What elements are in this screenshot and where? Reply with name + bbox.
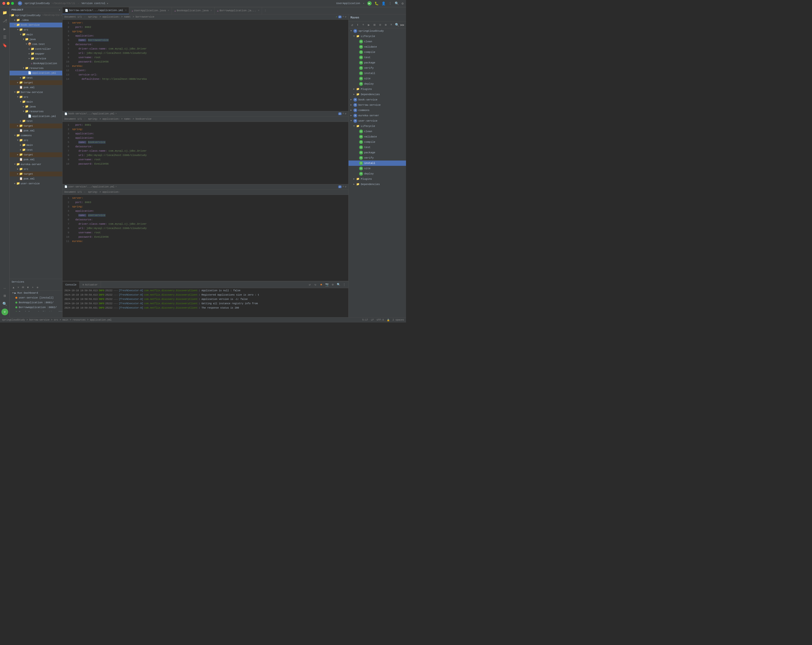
maven-item-package-1[interactable]: ▶ ⊙ package [348,60,406,66]
git-icon[interactable]: ⎇ [1,17,8,24]
more-icon[interactable]: ⋮ [388,2,392,6]
tree-item-bookapplication[interactable]: ▶ ☕ BookApplication [10,61,62,66]
maven-item-compile-1[interactable]: ▶ ⊙ compile [348,49,406,55]
tree-item-src-4[interactable]: ▶ 📁 src [10,167,62,172]
run-icon[interactable]: ▶ [367,1,372,6]
close-2[interactable]: × [115,113,117,115]
version-control-label[interactable]: Version control [81,2,105,5]
todo-icon[interactable]: … [1,284,8,291]
maven-item-root[interactable]: ▼ m springCloudStudy [348,28,406,34]
collapse-icon-1[interactable]: v [345,15,346,18]
tree-item-java-2[interactable]: ▶ 📁 java [10,104,62,109]
expand-icon[interactable]: × [16,286,20,290]
tree-item-pom-4[interactable]: ▶ 📋 pom.xml [10,176,62,181]
maven-item-compile-user[interactable]: ▶ ⊙ compile [348,139,406,145]
tree-item-controller[interactable]: ▶ 📁 controller [10,47,62,52]
tree-item-book-service[interactable]: ▼ 📁 book-service [10,23,62,27]
tree-item-target-2[interactable]: ▶ 📁 target [10,124,62,128]
maven-item-site-user[interactable]: ▶ ⊙ site [348,166,406,171]
sync-icon[interactable]: ↺ [350,22,354,27]
plus-icon[interactable]: ⊕ [35,286,40,290]
more-tabs-icon[interactable]: ⋮ [262,9,269,12]
bookmark-icon[interactable]: 🔖 [1,42,8,49]
search-maven-icon[interactable]: 🔍 [394,22,399,27]
add-maven-icon[interactable]: + [361,22,366,27]
maven-item-site-1[interactable]: ▶ ⊙ site [348,76,406,81]
actuator-tab[interactable]: ⊙ Actuator [79,281,101,288]
restart-icon[interactable]: ↺ [307,283,312,287]
maven-item-install-1[interactable]: ▶ ⊙ install [348,71,406,76]
maven-item-lifecycle-user[interactable]: ▼ 📁 Lifecycle [348,124,406,129]
close-icon[interactable]: × [258,9,259,12]
lifecycle-icon[interactable]: ⊞ [372,22,377,27]
search-icon[interactable]: 🔍 [395,2,399,6]
settings-icon[interactable]: ⚙ [331,283,335,287]
maven-item-plugins-1[interactable]: ▶ 📁 Plugins [348,87,406,92]
search-log-icon[interactable]: 🔍 [336,283,340,287]
run-debug-icon[interactable]: ▶ [1,26,8,33]
stop-icon[interactable]: ■ [319,283,323,287]
maven-item-deps-user[interactable]: ▶ 📁 Dependencies [348,181,406,187]
download-icon[interactable]: ⬇ [355,22,360,27]
debug-icon[interactable]: 🐛 [374,2,379,6]
expand-3[interactable]: ^ [343,186,344,188]
tree-item-springcloudstudy[interactable]: ▼ 📁 springCloudStudy ~/Desktop/CS/Ji [10,13,62,18]
thread-icon[interactable]: ⊗ [383,22,388,27]
maven-item-verify-1[interactable]: ▶ ⊙ verify [348,66,406,71]
run-item-book[interactable]: BookApplication :8081/ [10,300,62,305]
collapse-maven-icon[interactable]: ▶▶ [400,22,405,27]
run-item-borrow[interactable]: BorrowApplication :8082/ [10,305,62,310]
maven-item-lifecycle[interactable]: ▼ 📁 Lifecycle [348,34,406,39]
expand-icon-1[interactable]: ^ [343,15,344,18]
tree-item-user-service[interactable]: ▶ 📁 user-service [10,181,62,186]
maven-item-test-user[interactable]: ▶ ⊙ test [348,145,406,150]
filter-icon[interactable]: ▼ [26,286,30,290]
run-maven-icon[interactable]: ▶ [366,22,371,27]
more-icon[interactable]: ⋮ [342,283,346,287]
console-tab[interactable]: Console [63,281,79,288]
close-icon[interactable]: × [211,9,212,12]
close-button[interactable] [2,2,5,5]
maven-item-book-service[interactable]: ▶ m book-service [348,97,406,102]
maven-item-install-user[interactable]: ▶ ⊙ install [348,160,406,166]
tree-item-test-1[interactable]: ▶ 📁 test [10,75,62,80]
close-icon[interactable]: × [125,9,127,12]
tree-item-src-1[interactable]: ▼ 📁 src [10,27,62,32]
terminal-icon[interactable]: ⊞ [1,292,8,299]
explorer-icon[interactable]: 📁 [1,9,8,16]
maven-item-eureka[interactable]: ▶ m eureka-server [348,113,406,118]
tree-item-target-4[interactable]: ▶ 📁 target [10,172,62,176]
run-item-eureka[interactable]: EurekaServerApplication :8888/ [10,310,62,311]
profile-icon[interactable]: 👤 [382,2,386,6]
tree-item-main-2[interactable]: ▼ 📁 main [10,99,62,104]
maven-item-deps-1[interactable]: ▶ 📁 Dependencies [348,92,406,97]
run-item-user-install[interactable]: user-service [install] [10,295,62,300]
tree-item-commons[interactable]: ▼ 📁 commons [10,133,62,138]
tree-item-pom-2[interactable]: ▶ 📋 pom.xml [10,128,62,133]
tree-item-java-1[interactable]: ▼ 📁 java [10,37,62,42]
resume-icon[interactable]: ↻ [313,283,317,287]
collapse-2[interactable]: v [345,113,346,115]
maven-item-user-service[interactable]: ▼ m user-service [348,118,406,124]
maven-item-plugins-user[interactable]: ▶ 📁 Plugins [348,176,406,181]
tab-user-app[interactable]: ☕ UserApplication.java × [129,7,172,14]
tab-book-app[interactable]: ☕ BookApplication.java × [172,7,215,14]
tab-borrow-yml[interactable]: 📄 borrow-service/.../application.yml × [63,7,129,14]
tree-item-comtest[interactable]: ▼ 📦 com.test [10,42,62,47]
eye-icon[interactable]: 👁 [21,286,25,290]
tree-item-application-yml-2[interactable]: ▶ 📄 application.yml [10,114,62,119]
close-3[interactable]: × [115,186,117,188]
tree-item-borrow-service[interactable]: ▼ 📁 borrow-service [10,90,62,95]
tree-item-mapper[interactable]: ▶ 📁 mapper [10,52,62,56]
tree-item-main-3[interactable]: ▶ 📁 main [10,143,62,148]
tree-item-resources-2[interactable]: ▼ 📁 resources [10,109,62,114]
close-icon[interactable]: × [168,9,169,12]
tree-item-pom-1[interactable]: ▶ 📋 pom.xml [10,85,62,90]
tree-item-resources-1[interactable]: ▼ 📁 resources [10,66,62,71]
tree-item-src-2[interactable]: ▼ 📁 src [10,95,62,99]
minimize-button[interactable] [7,2,10,5]
tree-item-eureka-server[interactable]: ▼ 📁 eureka-server [10,162,62,167]
tree-item-service[interactable]: ▶ 📁 service [10,56,62,61]
add-icon[interactable]: + [31,286,35,290]
maven-item-validate-user[interactable]: ▶ ⊙ validate [348,134,406,139]
